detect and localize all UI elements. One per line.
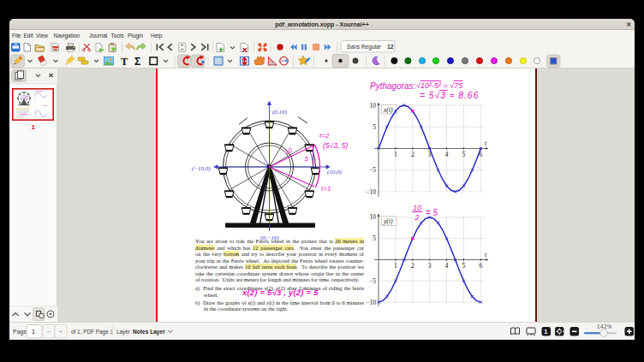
svg-text:1: 1 — [394, 262, 397, 270]
svg-text:5: 5 — [373, 123, 376, 131]
svg-text:−10: −10 — [366, 299, 376, 306]
svg-text:5: 5 — [462, 262, 466, 270]
svg-text:−10: −10 — [366, 188, 376, 196]
svg-text:10: 10 — [283, 145, 295, 156]
svg-text:Pythagoras:: Pythagoras: — [370, 81, 416, 91]
svg-text:t: t — [485, 139, 487, 147]
svg-text:142%: 142% — [597, 323, 612, 329]
svg-text:= 5√3 ≈ 8.66: = 5√3 ≈ 8.66 — [420, 90, 479, 100]
svg-text:Σ: Σ — [134, 56, 140, 68]
svg-text:−5: −5 — [369, 277, 376, 285]
svg-text:−: − — [47, 328, 51, 335]
svg-text:t=2: t=2 — [319, 132, 330, 139]
svg-text:2: 2 — [411, 262, 414, 270]
svg-text:of 1, PDF Page 1: of 1, PDF Page 1 — [71, 329, 113, 335]
svg-text:1: 1 — [544, 328, 547, 335]
svg-text:T: T — [121, 56, 128, 68]
svg-text:+: + — [59, 328, 63, 335]
svg-text:4: 4 — [445, 151, 449, 158]
svg-text:6: 6 — [480, 262, 483, 270]
svg-text:2: 2 — [414, 213, 420, 222]
svg-text:3: 3 — [428, 262, 432, 270]
svg-text:(0,10): (0,10) — [272, 109, 288, 116]
svg-text:2: 2 — [411, 151, 414, 158]
svg-text:10: 10 — [369, 213, 376, 221]
svg-text:1: 1 — [32, 329, 35, 335]
svg-text:12: 12 — [387, 44, 394, 50]
svg-text:1: 1 — [394, 151, 397, 158]
svg-text:t: t — [485, 251, 487, 258]
svg-text:5: 5 — [305, 155, 309, 163]
svg-text:Notes Layer: Notes Layer — [133, 329, 165, 335]
svg-text:Sans Regular: Sans Regular — [347, 44, 382, 50]
svg-text:5: 5 — [373, 234, 376, 242]
svg-text:10: 10 — [413, 204, 421, 212]
svg-text:Layer: Layer — [116, 329, 131, 335]
svg-text:(5√3, 5): (5√3, 5) — [323, 141, 348, 150]
svg-text:1: 1 — [32, 123, 36, 131]
svg-text:5: 5 — [462, 151, 466, 158]
svg-text:−5: −5 — [369, 166, 376, 174]
svg-text:Page: Page — [13, 329, 27, 335]
svg-text:√10²-5² = √75: √10²-5² = √75 — [416, 81, 463, 90]
svg-text:t=1: t=1 — [321, 185, 331, 193]
svg-text:x(t): x(t) — [383, 106, 393, 114]
svg-text:10: 10 — [369, 102, 376, 110]
svg-text:4: 4 — [445, 262, 449, 270]
svg-text:(10,0): (10,0) — [327, 169, 343, 175]
svg-text:(−10,0): (−10,0) — [192, 165, 211, 172]
svg-text:= 5: = 5 — [426, 208, 438, 217]
svg-text:y(t): y(t) — [383, 217, 393, 225]
